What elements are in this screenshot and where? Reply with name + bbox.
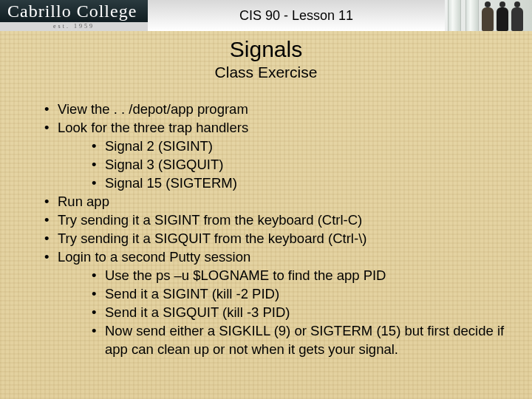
list-item: Signal 2 (SIGINT) <box>92 137 510 156</box>
list-item: Login to a second Putty session <box>44 248 510 267</box>
header-photo <box>445 0 532 31</box>
slide-title: Signals <box>22 37 510 62</box>
sublist: Signal 2 (SIGINT) Signal 3 (SIGQUIT) Sig… <box>44 137 510 193</box>
list-item: Try sending it a SIGINT from the keyboar… <box>44 211 510 230</box>
list-item: View the . . /depot/app program <box>44 100 510 119</box>
list-item: Send it a SIGQUIT (kill -3 PID) <box>92 304 510 322</box>
pillar-icon <box>466 0 479 31</box>
list-item: Try sending it a SIGQUIT from the keyboa… <box>44 230 510 248</box>
list-item: Signal 3 (SIGQUIT) <box>92 156 510 174</box>
bullet-list: View the . . /depot/app program Look for… <box>22 100 510 359</box>
list-item: Run app <box>44 193 510 211</box>
college-logo: Cabrillo College est. 1959 <box>0 0 148 31</box>
list-item: Look for the three trap handlers <box>44 119 510 137</box>
list-item: Send it a SIGINT (kill -2 PID) <box>92 285 510 304</box>
slide-header: Cabrillo College est. 1959 CIS 90 - Less… <box>0 0 532 31</box>
slide-body: Signals Class Exercise View the . . /dep… <box>0 31 532 374</box>
list-item: Signal 15 (SIGTERM) <box>92 174 510 193</box>
slide-subtitle: Class Exercise <box>22 64 510 81</box>
list-item: Use the ps –u $LOGNAME to find the app P… <box>92 267 510 285</box>
list-item: Now send either a SIGKILL (9) or SIGTERM… <box>92 322 510 359</box>
person-icon <box>482 7 494 31</box>
established-text: est. 1959 <box>0 22 148 31</box>
person-icon <box>497 7 508 31</box>
sublist: Use the ps –u $LOGNAME to find the app P… <box>44 267 510 359</box>
person-icon <box>511 7 523 31</box>
pillar-icon <box>448 0 461 31</box>
logo-text: Cabrillo College <box>7 1 137 21</box>
course-title: CIS 90 - Lesson 11 <box>148 0 445 31</box>
